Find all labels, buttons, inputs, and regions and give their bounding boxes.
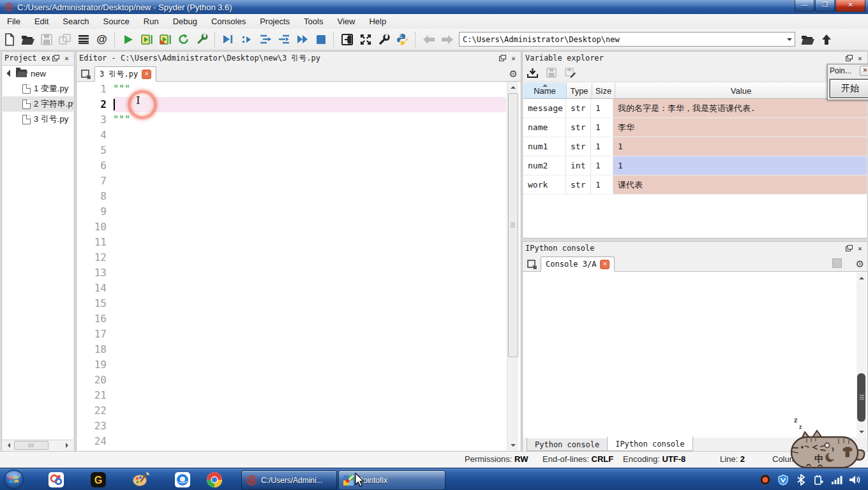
bluetooth-tray-icon[interactable] (794, 473, 808, 487)
combo-dropdown-icon[interactable] (784, 33, 795, 46)
parent-directory-icon[interactable] (818, 31, 835, 48)
console-tab[interactable]: Console 3/A ✕ (541, 256, 615, 272)
fullscreen-icon[interactable] (357, 31, 374, 48)
debug-stop-icon[interactable] (312, 31, 329, 48)
column-header-size[interactable]: Size (592, 83, 615, 98)
editor-line[interactable]: 20 (77, 373, 520, 388)
run-configure-icon[interactable] (193, 31, 211, 48)
editor-line[interactable]: 22 (77, 403, 520, 419)
editor-line[interactable]: 4 (77, 128, 520, 143)
nav-forward-icon[interactable] (438, 31, 456, 48)
taskbar-spyder-window-button[interactable]: C:/Users/Admini... (241, 470, 337, 490)
nav-back-icon[interactable] (420, 31, 437, 48)
close-panel-icon[interactable]: ✕ (62, 54, 71, 63)
file-switcher-icon[interactable] (75, 31, 92, 48)
menu-item-source[interactable]: Source (96, 15, 137, 28)
scroll-right-icon[interactable] (63, 441, 73, 450)
scroll-up-icon[interactable] (507, 82, 518, 92)
column-header-name[interactable]: Name (523, 83, 567, 98)
tab-ipython-console[interactable]: IPython console (607, 436, 692, 451)
variable-row[interactable]: num1str11 (523, 137, 867, 156)
menu-item-consoles[interactable]: Consoles (204, 15, 253, 28)
debug-step-icon[interactable] (220, 31, 237, 48)
run-icon[interactable] (119, 31, 137, 48)
editor-line[interactable]: 10 (77, 219, 520, 235)
project-file-item[interactable]: 3 引号.py (3, 112, 73, 127)
browse-directory-icon[interactable] (799, 31, 816, 48)
menu-item-help[interactable]: Help (362, 15, 393, 28)
float-panel-icon[interactable] (51, 54, 61, 63)
tree-expand-icon[interactable] (6, 70, 13, 77)
editor-line[interactable]: 8 (77, 189, 520, 204)
tab-python-console[interactable]: Python console (527, 438, 608, 451)
import-data-icon[interactable] (525, 66, 540, 80)
network-signal-tray-icon[interactable] (830, 473, 844, 487)
editor-line[interactable]: 9 (77, 204, 520, 219)
working-directory-combo[interactable]: C:\Users\Administrator\Desktop\new (459, 32, 795, 47)
power-tray-icon[interactable] (812, 473, 826, 487)
pointofix-titlebar[interactable]: Poin... ✕ (828, 64, 868, 77)
editor-line[interactable]: 24 (77, 434, 520, 449)
editor-line[interactable]: 21 (77, 388, 520, 403)
editor-line[interactable]: 17 (77, 327, 520, 342)
editor-tab[interactable]: 3 引号.py ✕ (94, 66, 156, 82)
project-root-folder[interactable]: new (3, 66, 73, 81)
project-file-item[interactable]: 1 变量.py (3, 81, 73, 96)
menu-item-file[interactable]: File (0, 15, 27, 28)
browse-tabs-icon[interactable] (79, 68, 93, 80)
float-panel-icon[interactable] (844, 244, 854, 253)
debug-step-return-icon[interactable] (275, 31, 292, 48)
scrollbar-thumb[interactable] (508, 93, 518, 357)
column-header-type[interactable]: Type (567, 83, 592, 98)
editor-line[interactable]: 5 (77, 143, 520, 158)
scroll-left-icon[interactable] (3, 441, 13, 450)
editor-options-gear-icon[interactable]: ⚙ (509, 69, 518, 78)
editor-line[interactable]: 11 (77, 235, 520, 250)
menu-item-projects[interactable]: Projects (253, 15, 297, 28)
menu-item-view[interactable]: View (330, 15, 362, 28)
browse-tabs-icon[interactable] (525, 258, 539, 271)
project-horizontal-scrollbar[interactable] (3, 440, 73, 450)
tab-close-icon[interactable]: ✕ (600, 260, 610, 269)
save-icon[interactable] (38, 31, 55, 48)
editor-vertical-scrollbar[interactable] (507, 82, 518, 450)
interrupt-kernel-icon[interactable] (832, 258, 842, 268)
ime-chinese-mode-badge[interactable]: 中 (814, 454, 823, 464)
debug-step-into-icon[interactable] (257, 31, 274, 48)
editor-line[interactable]: 18 (77, 342, 520, 357)
rerun-cell-icon[interactable] (175, 31, 192, 48)
restore-button[interactable]: ❐ (815, 0, 835, 12)
security-shield-tray-icon[interactable] (776, 473, 790, 487)
menu-item-edit[interactable]: Edit (27, 15, 56, 28)
menu-item-debug[interactable]: Debug (166, 15, 204, 28)
variable-row[interactable]: namestr1李华 (523, 118, 867, 137)
taskbar-g-app-icon[interactable]: G (89, 471, 107, 489)
save-all-icon[interactable] (56, 31, 73, 48)
symbol-finder-icon[interactable]: @ (93, 31, 110, 48)
pointofix-start-button[interactable]: 开始 (830, 79, 868, 98)
preferences-wrench-icon[interactable] (375, 31, 393, 48)
close-button[interactable]: ✕ (835, 0, 865, 12)
close-panel-icon[interactable]: ✕ (509, 54, 518, 63)
debug-run-selection-icon[interactable] (238, 31, 255, 48)
close-panel-icon[interactable]: ✕ (855, 54, 865, 63)
debug-continue-icon[interactable] (294, 31, 311, 48)
taskbar-chrome-icon[interactable] (206, 471, 223, 489)
editor-line[interactable]: 12 (77, 250, 520, 265)
editor-line[interactable]: 16 (77, 311, 520, 327)
scroll-up-icon[interactable] (857, 272, 866, 283)
open-file-icon[interactable] (19, 31, 36, 48)
scroll-down-icon[interactable] (507, 440, 518, 450)
editor-line[interactable]: 13 (77, 265, 520, 281)
minimize-button[interactable]: — (795, 0, 814, 12)
save-data-as-icon[interactable] (563, 66, 578, 80)
python-path-icon[interactable] (394, 31, 411, 48)
save-data-icon[interactable] (544, 66, 559, 80)
editor-line[interactable]: 14 (77, 281, 520, 296)
editor-line[interactable]: 7 (77, 174, 520, 189)
editor-line[interactable]: 19 (77, 357, 520, 373)
editor-line[interactable]: 23 (77, 419, 520, 434)
menu-item-tools[interactable]: Tools (297, 15, 330, 28)
close-panel-icon[interactable]: ✕ (855, 244, 865, 253)
taskbar-paint-icon[interactable] (131, 471, 149, 489)
